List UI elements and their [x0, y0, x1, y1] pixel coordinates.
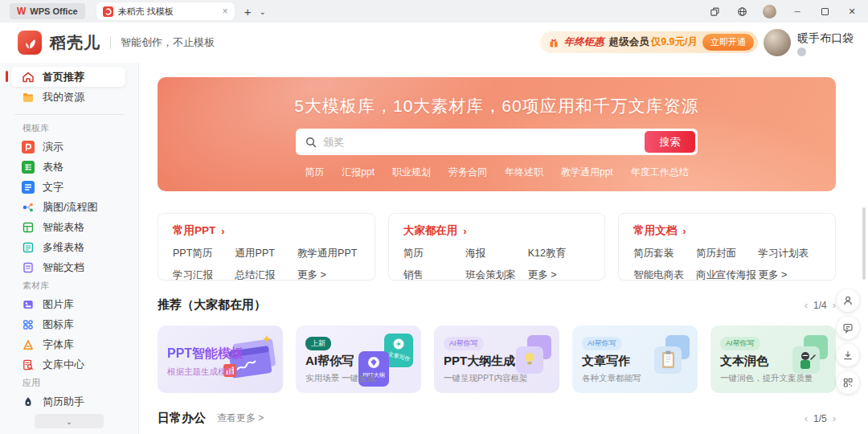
- feedback-button[interactable]: [837, 317, 859, 339]
- tab-list-caret-icon[interactable]: ⌄: [259, 7, 265, 16]
- sidebar-item-font-library[interactable]: 字体库: [11, 334, 125, 354]
- card-text-polish[interactable]: AI帮你写 文本润色 一键润色，提升文案质量: [710, 326, 836, 393]
- card-title: PPT大纲生成: [444, 354, 550, 369]
- contact-service-button[interactable]: [837, 289, 859, 312]
- download-client-button[interactable]: [837, 344, 859, 366]
- sidebar-item-smart-doc[interactable]: 智能文档: [11, 257, 125, 277]
- maximize-button[interactable]: [818, 5, 831, 18]
- daily-see-more-link[interactable]: 查看更多 >: [217, 411, 264, 425]
- card-badge: AI帮你写: [582, 337, 622, 350]
- quick-card-title-text: 常用PPT: [173, 223, 215, 238]
- card-title: AI帮你写: [305, 354, 411, 369]
- close-window-button[interactable]: ✕: [845, 5, 858, 18]
- sidebar-item-smart-sheet[interactable]: 智能表格: [11, 217, 125, 237]
- sidebar-item-icon-library[interactable]: 图标库: [11, 314, 125, 334]
- hot-tag[interactable]: 年终述职: [505, 166, 543, 179]
- quick-link[interactable]: 通用PPT: [235, 247, 298, 260]
- daily-pager: ‹ 1/5 ›: [805, 412, 836, 424]
- card-ai-write[interactable]: 上新 AI帮你写 实用场景 一键生成 文章写作 PPT大纲: [296, 326, 421, 393]
- account-area[interactable]: 暖手布口袋: [764, 29, 854, 56]
- brand-name: 稻壳儿: [50, 32, 100, 54]
- new-tab-button[interactable]: +: [244, 6, 252, 18]
- quick-link[interactable]: PPT简历: [173, 247, 235, 260]
- hero-title: 5大模板库，10大素材库，60项应用和千万文库资源: [158, 95, 836, 117]
- sidebar-item-writer[interactable]: 文字: [11, 177, 125, 197]
- hot-tag[interactable]: 简历: [305, 166, 324, 179]
- hot-tag[interactable]: 职业规划: [392, 166, 431, 179]
- quick-link[interactable]: K12教育: [528, 247, 591, 260]
- hot-tag[interactable]: 教学通用ppt: [561, 166, 613, 179]
- quick-link[interactable]: 简历: [403, 247, 466, 260]
- titlebar-avatar[interactable]: [763, 5, 776, 18]
- card-ppt-smart-template[interactable]: PPT智能模板 根据主题生成模版: [158, 326, 283, 393]
- quick-card-title[interactable]: 常用文档›: [633, 223, 821, 238]
- card-article-writing[interactable]: AI帮你写 文章写作 各种文章都能写: [572, 326, 698, 393]
- sidebar-item-label: 首页推荐: [43, 70, 84, 84]
- sidebar-item-multi-table[interactable]: 多维表格: [11, 237, 125, 257]
- sidebar-item-presentation[interactable]: 演示: [11, 137, 125, 157]
- membership-promo-banner[interactable]: 年终钜惠 超级会员 仅9.9元/月 立即开通: [540, 31, 758, 53]
- quick-card-links: PPT简历 通用PPT 教学通用PPT 学习汇报 总结汇报 更多 >: [173, 247, 360, 282]
- quick-link[interactable]: 简历套装: [633, 247, 696, 260]
- workspace-icon[interactable]: [708, 5, 721, 18]
- tab-docer[interactable]: 来稻壳 找模板 ×: [96, 2, 235, 20]
- sidebar-item-label: 智能表格: [43, 220, 84, 235]
- pager-prev-icon[interactable]: ‹: [805, 412, 808, 424]
- quick-link[interactable]: 海报: [465, 247, 528, 260]
- sidebar-item-home[interactable]: 首页推荐: [11, 67, 125, 87]
- sidebar-section-materials: 素材库: [0, 277, 138, 294]
- minimize-button[interactable]: ─: [791, 5, 804, 18]
- search-bar: 搜索: [296, 129, 698, 155]
- scrollbar-thumb[interactable]: [862, 207, 866, 280]
- smart-doc-icon: [22, 261, 35, 274]
- quick-card-title[interactable]: 大家都在用›: [403, 223, 591, 238]
- quick-link[interactable]: 智能电商表: [633, 268, 696, 282]
- search-input[interactable]: [323, 136, 645, 148]
- hot-tag[interactable]: 年度工作总结: [631, 166, 689, 179]
- quick-card-common-docs: 常用文档› 简历套装 简历封面 学习计划表 智能电商表 商业宣传海报 更多 >: [618, 213, 836, 280]
- tab-close-icon[interactable]: ×: [223, 6, 228, 16]
- qr-code-button[interactable]: [837, 371, 859, 394]
- card-ppt-outline[interactable]: AI帮你写 PPT大纲生成 一键呈现PPT内容框架: [434, 326, 559, 393]
- sidebar-item-image-library[interactable]: 图片库: [11, 294, 125, 314]
- pager-next-icon[interactable]: ›: [833, 299, 836, 311]
- quick-link-more[interactable]: 更多 >: [297, 268, 360, 282]
- quick-links-row: 常用PPT› PPT简历 通用PPT 教学通用PPT 学习汇报 总结汇报 更多 …: [158, 213, 836, 280]
- quick-card-title-text: 大家都在用: [403, 223, 458, 238]
- search-button[interactable]: 搜索: [645, 131, 695, 153]
- globe-settings-icon[interactable]: [735, 5, 748, 18]
- pager-prev-icon[interactable]: ‹: [805, 299, 808, 311]
- quick-card-title[interactable]: 常用PPT›: [173, 223, 360, 238]
- sidebar-item-doc-center[interactable]: 文库中心: [11, 354, 125, 375]
- hot-tag[interactable]: 汇报ppt: [342, 166, 375, 179]
- quick-link[interactable]: 商业宣传海报: [696, 268, 759, 282]
- pager-next-icon[interactable]: ›: [833, 412, 836, 424]
- open-membership-button[interactable]: 立即开通: [702, 34, 754, 51]
- recommend-heading: 推荐（大家都在用）: [158, 297, 266, 313]
- quick-link[interactable]: 学习汇报: [173, 268, 235, 282]
- sidebar-item-spreadsheet[interactable]: 表格: [11, 157, 125, 177]
- docer-logo[interactable]: [18, 31, 42, 55]
- sidebar-item-label: 演示: [43, 140, 63, 154]
- promo-highlight: 年终钜惠: [564, 35, 604, 49]
- sidebar-item-mindmap[interactable]: 脑图/流程图: [11, 197, 125, 217]
- sidebar-expand-button[interactable]: ⌄: [35, 414, 104, 428]
- quick-link-more[interactable]: 更多 >: [758, 268, 821, 282]
- quick-link[interactable]: 总结汇报: [235, 268, 298, 282]
- user-avatar[interactable]: [764, 29, 791, 56]
- sidebar-item-my-resources[interactable]: 我的资源: [11, 87, 125, 107]
- sidebar-divider: [14, 114, 124, 115]
- quick-link[interactable]: 学习计划表: [758, 247, 821, 260]
- person-icon: [842, 295, 854, 306]
- quick-link[interactable]: 简历封面: [696, 247, 759, 260]
- sidebar-item-resume-helper[interactable]: 简历助手: [11, 391, 125, 411]
- quick-link-more[interactable]: 更多 >: [528, 268, 591, 282]
- wps-office-menu-button[interactable]: W WPS Office: [10, 3, 85, 19]
- card-subtitle: 各种文章都能写: [582, 373, 688, 384]
- quick-link[interactable]: 教学通用PPT: [297, 247, 360, 260]
- hot-tag[interactable]: 劳务合同: [448, 166, 487, 179]
- quick-link[interactable]: 班会策划案: [465, 268, 528, 282]
- username: 暖手布口袋: [797, 29, 854, 45]
- quick-link[interactable]: 销售: [403, 268, 466, 282]
- card-badge: AI帮你写: [720, 337, 760, 350]
